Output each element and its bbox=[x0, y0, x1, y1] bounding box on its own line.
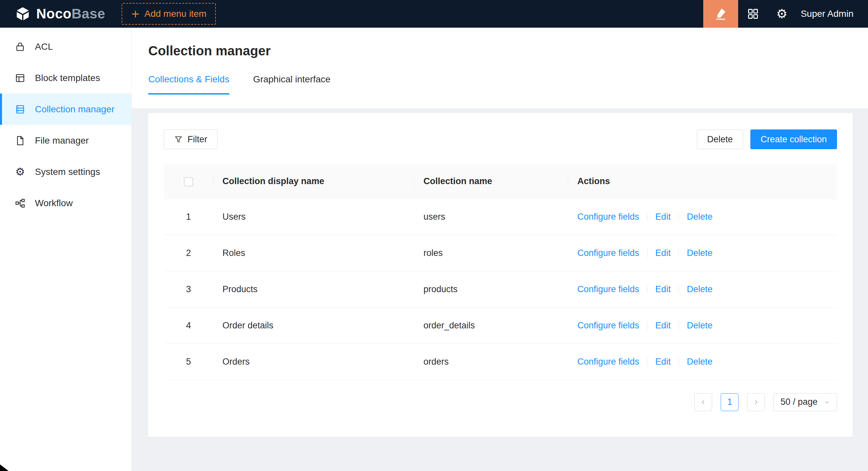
content-area: Filter Delete Create collection Collecti… bbox=[132, 108, 868, 471]
cell-name: roles bbox=[414, 235, 568, 271]
configure-fields-link[interactable]: Configure fields bbox=[577, 321, 639, 330]
gear-icon: ⚙ bbox=[14, 166, 26, 177]
filter-label: Filter bbox=[187, 134, 207, 144]
table-row: 5 Orders orders Configure fieldsEditDele… bbox=[164, 343, 837, 380]
delete-link[interactable]: Delete bbox=[687, 284, 712, 294]
page-size-select[interactable]: 50 / page bbox=[773, 393, 837, 411]
sidebar-item-collection-manager[interactable]: Collection manager bbox=[0, 94, 131, 125]
chevron-down-icon bbox=[824, 399, 830, 405]
action-divider bbox=[679, 322, 679, 330]
tab-bar: Collections & Fields Graphical interface bbox=[148, 74, 851, 95]
row-index: 5 bbox=[164, 343, 213, 380]
edit-link[interactable]: Edit bbox=[655, 357, 671, 367]
file-icon bbox=[14, 135, 26, 146]
row-index: 3 bbox=[164, 271, 213, 307]
filter-button[interactable]: Filter bbox=[164, 129, 217, 149]
cell-display-name: Users bbox=[213, 199, 414, 235]
prev-page-button[interactable] bbox=[694, 393, 712, 411]
sidebar-item-block-templates[interactable]: Block templates bbox=[0, 62, 131, 94]
create-collection-button[interactable]: Create collection bbox=[750, 129, 837, 149]
highlighter-icon bbox=[714, 7, 727, 21]
configure-fields-link[interactable]: Configure fields bbox=[577, 357, 639, 367]
cell-display-name: Order details bbox=[213, 307, 414, 343]
sidebar-item-label: Block templates bbox=[35, 73, 100, 83]
sidebar-item-system-settings[interactable]: ⚙ System settings bbox=[0, 156, 131, 188]
table-row: 2 Roles roles Configure fieldsEditDelete bbox=[164, 235, 837, 271]
delete-link[interactable]: Delete bbox=[687, 248, 712, 258]
workflow-icon bbox=[14, 198, 26, 209]
edit-link[interactable]: Edit bbox=[655, 284, 671, 294]
row-index: 2 bbox=[164, 235, 213, 271]
delete-button[interactable]: Delete bbox=[697, 129, 743, 149]
gear-icon: ⚙ bbox=[776, 8, 787, 20]
page-title: Collection manager bbox=[148, 43, 851, 58]
sidebar-item-acl[interactable]: ACL bbox=[0, 31, 131, 62]
sidebar-item-label: ACL bbox=[35, 41, 53, 52]
configure-fields-link[interactable]: Configure fields bbox=[577, 212, 639, 222]
table-row: 1 Users users Configure fieldsEditDelete bbox=[164, 199, 837, 235]
database-icon bbox=[14, 104, 26, 115]
tab-collections-fields[interactable]: Collections & Fields bbox=[148, 74, 229, 95]
add-menu-item-label: Add menu item bbox=[144, 8, 206, 19]
app-grid-icon bbox=[747, 8, 759, 20]
column-header-name: Collection name bbox=[414, 164, 568, 199]
table-toolbar: Filter Delete Create collection bbox=[164, 129, 837, 149]
layout-icon bbox=[14, 72, 26, 83]
sidebar-item-label: File manager bbox=[35, 135, 89, 146]
ui-editor-button[interactable] bbox=[703, 0, 738, 28]
user-menu[interactable]: Super Admin bbox=[801, 8, 854, 19]
select-all-checkbox[interactable] bbox=[184, 177, 193, 187]
logo-secondary: Base bbox=[71, 6, 105, 22]
collections-card: Filter Delete Create collection Collecti… bbox=[148, 113, 852, 437]
page-size-label: 50 / page bbox=[780, 397, 817, 407]
edit-link[interactable]: Edit bbox=[655, 321, 671, 330]
page-header: Collection manager Collections & Fields … bbox=[132, 28, 868, 108]
delete-link[interactable]: Delete bbox=[687, 357, 712, 367]
delete-link[interactable]: Delete bbox=[687, 212, 712, 222]
cell-display-name: Orders bbox=[213, 343, 414, 380]
add-menu-item-button[interactable]: + Add menu item bbox=[122, 3, 216, 25]
logo-text: NocoBase bbox=[36, 6, 105, 22]
table-row: 4 Order details order_details Configure … bbox=[164, 307, 837, 343]
action-divider bbox=[679, 285, 679, 294]
column-header-actions: Actions bbox=[568, 164, 837, 199]
cell-name: products bbox=[414, 271, 568, 307]
page-1-button[interactable]: 1 bbox=[721, 393, 739, 411]
delete-link[interactable]: Delete bbox=[687, 321, 712, 330]
table-header-row: Collection display name Collection name … bbox=[164, 164, 837, 199]
system-settings-button[interactable]: ⚙ bbox=[768, 0, 796, 28]
chevron-right-icon bbox=[752, 399, 760, 406]
next-page-button[interactable] bbox=[747, 393, 765, 411]
cell-display-name: Products bbox=[213, 271, 414, 307]
delete-label: Delete bbox=[707, 134, 733, 144]
sidebar-item-label: System settings bbox=[35, 167, 100, 177]
settings-sidebar: ACL Block templates Collection manager F… bbox=[0, 28, 132, 471]
sidebar-item-workflow[interactable]: Workflow bbox=[0, 188, 131, 219]
filter-icon bbox=[174, 135, 183, 144]
edit-link[interactable]: Edit bbox=[655, 212, 671, 222]
nocobase-logo[interactable]: NocoBase bbox=[0, 6, 105, 22]
table-row: 3 Products products Configure fieldsEdit… bbox=[164, 271, 837, 307]
pagination: 1 50 / page bbox=[164, 393, 837, 411]
cell-name: order_details bbox=[414, 307, 568, 343]
logo-primary: Noco bbox=[36, 6, 71, 22]
create-collection-label: Create collection bbox=[761, 134, 827, 144]
cube-logo-icon bbox=[15, 6, 30, 22]
action-divider bbox=[647, 322, 648, 330]
edit-link[interactable]: Edit bbox=[655, 248, 671, 258]
sidebar-item-file-manager[interactable]: File manager bbox=[0, 125, 131, 156]
action-divider bbox=[647, 285, 648, 294]
collections-table: Collection display name Collection name … bbox=[164, 164, 837, 380]
action-divider bbox=[679, 358, 679, 366]
tab-graphical-interface[interactable]: Graphical interface bbox=[253, 74, 331, 95]
plugins-button[interactable] bbox=[738, 0, 768, 28]
lock-icon bbox=[14, 41, 26, 53]
plus-icon: + bbox=[131, 8, 140, 19]
configure-fields-link[interactable]: Configure fields bbox=[577, 284, 639, 294]
action-divider bbox=[647, 358, 648, 366]
top-bar: NocoBase + Add menu item ⚙ Super Admin bbox=[0, 0, 868, 28]
action-divider bbox=[647, 213, 648, 221]
cell-name: users bbox=[414, 199, 568, 235]
toolbar-right: Delete Create collection bbox=[697, 129, 837, 149]
configure-fields-link[interactable]: Configure fields bbox=[577, 248, 639, 258]
